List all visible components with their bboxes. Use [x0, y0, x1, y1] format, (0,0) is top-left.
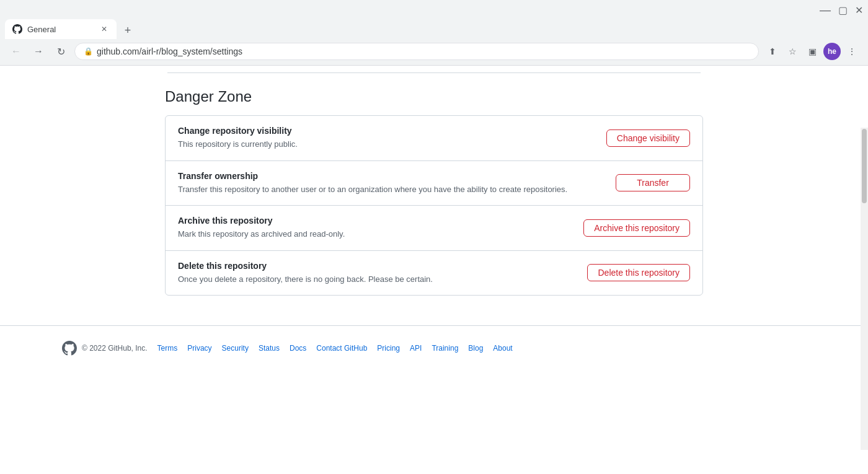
danger-item-delete: Delete this repository Once you delete a… [166, 251, 702, 296]
share-button[interactable]: ⬆ [764, 43, 781, 60]
danger-item-visibility-title: Change repository visibility [178, 126, 606, 136]
danger-item-delete-info: Delete this repository Once you delete a… [178, 261, 587, 286]
main-content: Danger Zone Change repository visibility… [155, 73, 713, 320]
window-close-icon[interactable]: ✕ [855, 4, 863, 16]
window-maximize-icon[interactable]: ▢ [838, 4, 848, 16]
tab-favicon-icon [12, 24, 22, 34]
danger-item-transfer-info: Transfer ownership Transfer this reposit… [178, 171, 616, 196]
bookmark-button[interactable]: ☆ [784, 43, 801, 60]
footer-link-status[interactable]: Status [259, 344, 280, 353]
address-bar[interactable]: 🔒 github.com/airl-r/blog_system/settings [74, 43, 759, 60]
profile-avatar[interactable]: he [823, 43, 841, 60]
footer-link-privacy[interactable]: Privacy [187, 344, 211, 353]
reload-button[interactable]: ↻ [52, 43, 69, 60]
browser-address-bar: ← → ↻ 🔒 github.com/airl-r/blog_system/se… [0, 39, 868, 65]
scrollbar-thumb[interactable] [862, 129, 867, 203]
danger-item-delete-title: Delete this repository [178, 261, 587, 271]
footer-link-pricing[interactable]: Pricing [377, 344, 400, 353]
window-minimize-icon[interactable]: — [820, 4, 831, 17]
danger-item-transfer: Transfer ownership Transfer this reposit… [166, 161, 702, 206]
danger-item-archive-desc: Mark this repository as archived and rea… [178, 228, 583, 240]
footer-link-blog[interactable]: Blog [468, 344, 483, 353]
lock-icon: 🔒 [84, 47, 93, 56]
footer-link-docs[interactable]: Docs [290, 344, 306, 353]
archive-button[interactable]: Archive this repository [583, 219, 690, 237]
danger-item-transfer-title: Transfer ownership [178, 171, 616, 181]
footer-link-contact[interactable]: Contact GitHub [316, 344, 367, 353]
browser-chrome: — ▢ ✕ General ✕ + ← → ↻ 🔒 github.com/air… [0, 0, 868, 66]
sidebar-toggle-button[interactable]: ▣ [804, 43, 821, 60]
danger-item-delete-desc: Once you delete a repository, there is n… [178, 273, 587, 286]
page-wrapper: Danger Zone Change repository visibility… [0, 66, 868, 450]
menu-button[interactable]: ⋮ [843, 43, 861, 60]
danger-zone-title: Danger Zone [165, 88, 703, 105]
footer-link-api[interactable]: API [410, 344, 422, 353]
forward-button[interactable]: → [30, 43, 47, 60]
new-tab-button[interactable]: + [119, 22, 136, 39]
browser-title-bar: — ▢ ✕ [0, 0, 868, 17]
footer-link-training[interactable]: Training [432, 344, 458, 353]
footer-links: Terms Privacy Security Status Docs Conta… [157, 344, 513, 353]
transfer-button[interactable]: Transfer [616, 174, 690, 191]
footer-link-security[interactable]: Security [222, 344, 249, 353]
url-text: github.com/airl-r/blog_system/settings [97, 46, 750, 56]
change-visibility-button[interactable]: Change visibility [606, 129, 690, 147]
footer-copyright: © 2022 GitHub, Inc. [82, 344, 148, 353]
tab-bar: General ✕ + [0, 19, 868, 39]
danger-item-visibility-desc: This repository is currently public. [178, 138, 606, 151]
footer: © 2022 GitHub, Inc. Terms Privacy Securi… [0, 325, 868, 371]
top-cutoff [167, 66, 701, 73]
footer-github-logo-icon [62, 341, 77, 356]
danger-item-archive: Archive this repository Mark this reposi… [166, 206, 702, 251]
danger-item-archive-title: Archive this repository [178, 216, 583, 226]
tab-title: General [27, 25, 94, 34]
danger-item-visibility-info: Change repository visibility This reposi… [178, 126, 606, 151]
footer-inner: © 2022 GitHub, Inc. Terms Privacy Securi… [62, 341, 806, 356]
danger-zone-box: Change repository visibility This reposi… [165, 115, 703, 296]
delete-button[interactable]: Delete this repository [587, 264, 690, 281]
danger-item-visibility: Change repository visibility This reposi… [166, 116, 702, 161]
danger-item-archive-info: Archive this repository Mark this reposi… [178, 216, 583, 240]
scrollbar[interactable] [861, 128, 868, 450]
active-tab[interactable]: General ✕ [5, 19, 117, 39]
footer-link-terms[interactable]: Terms [157, 344, 178, 353]
back-button[interactable]: ← [7, 43, 25, 60]
footer-link-about[interactable]: About [493, 344, 512, 353]
danger-item-transfer-desc: Transfer this repository to another user… [178, 183, 616, 196]
address-actions: ⬆ ☆ ▣ he ⋮ [764, 43, 861, 60]
tab-close-button[interactable]: ✕ [99, 24, 109, 34]
footer-logo: © 2022 GitHub, Inc. [62, 341, 148, 356]
